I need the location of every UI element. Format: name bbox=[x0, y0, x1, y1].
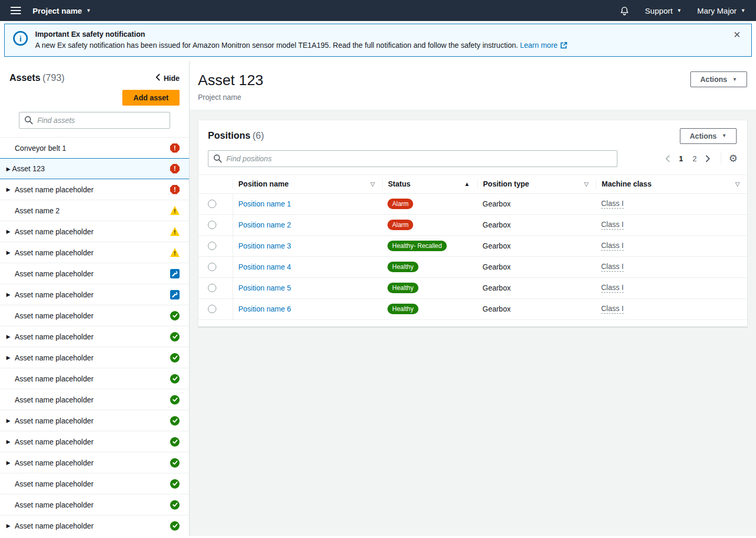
column-header-position-type[interactable]: Position type▽ bbox=[477, 179, 596, 189]
position-name-link[interactable]: Position name 4 bbox=[238, 263, 291, 271]
divider bbox=[721, 152, 721, 165]
asset-item-label: Asset name placeholder bbox=[15, 396, 170, 404]
learn-more-link[interactable]: Learn more bbox=[520, 41, 558, 49]
healthy-icon bbox=[170, 500, 180, 510]
table-row: Position name 1AlarmGearboxClass I bbox=[198, 194, 747, 215]
asset-list-item[interactable]: ▶Asset name placeholder bbox=[0, 347, 189, 368]
asset-item-label: Conveyor belt 1 bbox=[15, 144, 170, 152]
asset-list-item[interactable]: Asset name placeholder bbox=[0, 263, 189, 284]
positions-actions-button[interactable]: Actions ▼ bbox=[680, 128, 737, 144]
machine-class-link[interactable]: Class I bbox=[601, 304, 624, 314]
column-header-machine-class[interactable]: Machine class▽ bbox=[596, 179, 747, 189]
asset-list-item[interactable]: Asset name 2! bbox=[0, 200, 189, 221]
position-name-link[interactable]: Position name 2 bbox=[238, 221, 291, 229]
asset-list-item[interactable]: Asset name placeholder bbox=[0, 494, 189, 515]
table-row: Position name 6HealthyGearboxClass I bbox=[198, 299, 747, 320]
row-radio[interactable] bbox=[208, 263, 216, 271]
position-name-link[interactable]: Position name 6 bbox=[238, 305, 291, 313]
asset-list-item[interactable]: Conveyor belt 1! bbox=[0, 138, 189, 159]
assets-count: (793) bbox=[43, 73, 65, 83]
maintenance-icon bbox=[170, 269, 180, 278]
column-header-status[interactable]: Status▲ bbox=[382, 179, 477, 189]
row-radio[interactable] bbox=[208, 284, 216, 292]
user-menu[interactable]: Mary Major ▼ bbox=[697, 6, 746, 15]
column-label: Status bbox=[388, 180, 411, 188]
sort-ascending-icon[interactable]: ▲ bbox=[464, 181, 470, 187]
banner-message: A new Ex safety notification has been is… bbox=[35, 41, 568, 50]
expand-arrow-icon[interactable]: ▶ bbox=[6, 187, 15, 192]
find-assets-input[interactable] bbox=[19, 112, 170, 129]
expand-arrow-icon[interactable]: ▶ bbox=[6, 439, 15, 444]
next-page-icon[interactable] bbox=[702, 154, 713, 163]
positions-card: Positions (6) Actions ▼ bbox=[198, 120, 748, 327]
add-asset-button[interactable]: Add asset bbox=[122, 90, 180, 106]
asset-list-item[interactable]: Asset name placeholder bbox=[0, 368, 189, 389]
expand-arrow-icon[interactable]: ▶ bbox=[6, 334, 15, 339]
column-header-position-name[interactable]: Position name▽ bbox=[233, 179, 382, 189]
asset-list-item[interactable]: ▶Asset name placeholder bbox=[0, 431, 189, 452]
asset-list-item[interactable]: ▶Asset name placeholder bbox=[0, 410, 189, 431]
positions-title: Positions (6) bbox=[208, 130, 264, 141]
expand-arrow-icon[interactable]: ▶ bbox=[6, 229, 15, 234]
expand-arrow-icon[interactable]: ▶ bbox=[6, 355, 15, 360]
machine-class-link[interactable]: Class I bbox=[601, 199, 624, 209]
healthy-icon bbox=[170, 437, 180, 447]
asset-item-label: Asset name placeholder bbox=[15, 354, 170, 362]
position-name-link[interactable]: Position name 3 bbox=[238, 242, 291, 250]
settings-gear-icon[interactable]: ⚙ bbox=[729, 153, 738, 163]
page-number-1[interactable]: 1 bbox=[674, 153, 688, 164]
status-badge: Alarm bbox=[387, 220, 413, 230]
row-radio[interactable] bbox=[208, 242, 216, 250]
hide-panel-button[interactable]: Hide bbox=[155, 74, 180, 82]
notifications-bell-icon[interactable] bbox=[620, 6, 629, 16]
page-number-2[interactable]: 2 bbox=[688, 153, 701, 164]
asset-list-item[interactable]: ▶Asset name placeholder bbox=[0, 515, 189, 536]
asset-list-item[interactable]: Asset name placeholder bbox=[0, 305, 189, 326]
machine-class-link[interactable]: Class I bbox=[601, 220, 624, 230]
position-name-link[interactable]: Position name 5 bbox=[238, 284, 291, 292]
asset-list-item[interactable]: ▶Asset name placeholder bbox=[0, 284, 189, 305]
asset-list-item[interactable]: ▶Asset name placeholder! bbox=[0, 179, 189, 200]
asset-list-item[interactable]: ▶Asset 123! bbox=[0, 158, 189, 179]
asset-list-item[interactable]: ▶Asset name placeholder! bbox=[0, 221, 189, 242]
assets-panel: Assets (793) Hide Add asset bbox=[0, 61, 190, 536]
caret-down-icon: ▼ bbox=[677, 8, 681, 13]
expand-arrow-icon[interactable]: ▶ bbox=[6, 418, 15, 423]
sort-filter-icon[interactable]: ▽ bbox=[584, 181, 589, 188]
support-menu[interactable]: Support ▼ bbox=[645, 6, 681, 15]
info-icon: i bbox=[13, 31, 28, 46]
position-type-value: Gearbox bbox=[482, 305, 511, 313]
machine-class-link[interactable]: Class I bbox=[601, 262, 624, 272]
previous-page-icon[interactable] bbox=[662, 154, 673, 163]
machine-class-link[interactable]: Class I bbox=[601, 241, 624, 251]
find-positions-input[interactable] bbox=[208, 150, 617, 167]
expand-arrow-icon[interactable]: ▶ bbox=[6, 250, 15, 255]
expand-arrow-icon[interactable]: ▶ bbox=[6, 166, 12, 172]
positions-table: Position name 1AlarmGearboxClass IPositi… bbox=[198, 194, 747, 320]
project-name-menu[interactable]: Project name ▼ bbox=[33, 6, 91, 15]
notification-banner: i Important Ex safety notification A new… bbox=[4, 24, 752, 57]
machine-class-link[interactable]: Class I bbox=[601, 283, 624, 293]
asset-list-item[interactable]: Asset name placeholder bbox=[0, 389, 189, 410]
expand-arrow-icon[interactable]: ▶ bbox=[6, 292, 15, 297]
close-icon[interactable]: ✕ bbox=[733, 30, 741, 39]
asset-actions-button[interactable]: Actions ▼ bbox=[690, 71, 747, 87]
asset-list-item[interactable]: ▶Asset name placeholder bbox=[0, 452, 189, 473]
row-radio[interactable] bbox=[208, 305, 216, 313]
asset-list-item[interactable]: ▶Asset name placeholder bbox=[0, 326, 189, 347]
row-radio[interactable] bbox=[208, 200, 216, 208]
hamburger-menu-icon[interactable] bbox=[10, 7, 21, 14]
expand-arrow-icon[interactable]: ▶ bbox=[6, 460, 15, 465]
asset-list-item[interactable]: ▶Asset name placeholder! bbox=[0, 242, 189, 263]
asset-item-label: Asset name placeholder bbox=[15, 249, 170, 257]
status-badge: Healthy- Recalled bbox=[387, 241, 447, 251]
sort-filter-icon[interactable]: ▽ bbox=[371, 181, 375, 188]
position-type-value: Gearbox bbox=[482, 242, 511, 250]
expand-arrow-icon[interactable]: ▶ bbox=[6, 523, 15, 529]
row-radio[interactable] bbox=[208, 221, 216, 229]
position-name-link[interactable]: Position name 1 bbox=[238, 200, 291, 208]
warning-icon: ! bbox=[170, 206, 180, 215]
asset-list-item[interactable]: Asset name placeholder bbox=[0, 473, 189, 494]
sort-filter-icon[interactable]: ▽ bbox=[736, 181, 740, 188]
assets-panel-title: Assets (793) bbox=[9, 73, 65, 84]
